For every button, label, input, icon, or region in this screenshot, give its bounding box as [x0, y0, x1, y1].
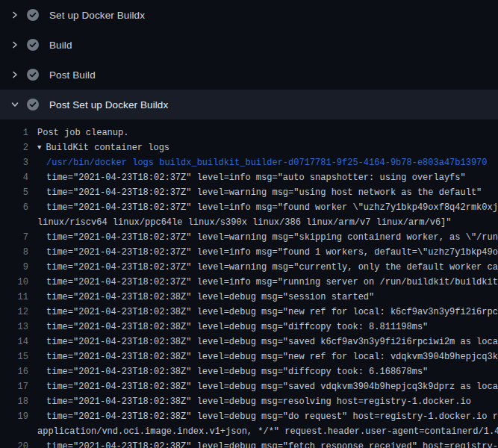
log-line: 15 time="2021-04-23T18:02:38Z" level=deb…	[0, 349, 498, 364]
log-line-number[interactable]: 14	[0, 335, 28, 349]
log-line-text: time="2021-04-23T18:02:38Z" level=debug …	[28, 364, 498, 379]
log-line-number[interactable]	[0, 215, 28, 230]
log-line: 4 time="2021-04-23T18:02:37Z" level=info…	[0, 170, 498, 185]
log-line-number[interactable]: 19	[0, 409, 28, 424]
step-header-post-set-up-docker-buildx[interactable]: Post Set up Docker Buildx	[0, 90, 498, 119]
log-line: 20 time="2021-04-23T18:02:38Z" level=deb…	[0, 439, 498, 448]
log-line-text: time="2021-04-23T18:02:38Z" level=debug …	[28, 439, 498, 448]
steps-list: Set up Docker Buildx Build P	[0, 0, 498, 119]
log-line-text: time="2021-04-23T18:02:38Z" level=debug …	[28, 305, 498, 320]
log-line: 1 Post job cleanup.	[0, 125, 498, 140]
log-line-number[interactable]: 9	[0, 260, 28, 275]
log-line: 3 /usr/bin/docker logs buildx_buildkit_b…	[0, 155, 498, 170]
log-line-text: ▼BuildKit container logs	[28, 140, 498, 155]
log-line-number[interactable]: 2	[0, 140, 28, 155]
log-line-number[interactable]: 7	[0, 230, 28, 245]
chevron-icon	[7, 39, 22, 51]
chevron-icon	[7, 99, 22, 111]
log-line-text: time="2021-04-23T18:02:38Z" level=debug …	[28, 409, 498, 424]
log-line-number[interactable]: 1	[0, 125, 28, 140]
log-line-number[interactable]: 15	[0, 349, 28, 364]
step-header-build[interactable]: Build	[0, 30, 498, 60]
log-line: 11 time="2021-04-23T18:02:38Z" level=deb…	[0, 290, 498, 305]
step-title: Set up Docker Buildx	[49, 10, 145, 21]
log-line-text: time="2021-04-23T18:02:37Z" level=info m…	[28, 200, 498, 215]
log-line-text: Post job cleanup.	[28, 125, 498, 140]
log-line: 16 time="2021-04-23T18:02:38Z" level=deb…	[0, 364, 498, 379]
log-line: 6 time="2021-04-23T18:02:37Z" level=info…	[0, 200, 498, 215]
log-group-label[interactable]: BuildKit container logs	[46, 143, 169, 153]
log-line-text: linux/riscv64 linux/ppc64le linux/s390x …	[28, 215, 498, 230]
log-line-number[interactable]: 10	[0, 275, 28, 290]
step-header-set-up-docker-buildx[interactable]: Set up Docker Buildx	[0, 0, 498, 30]
log-line-number[interactable]: 16	[0, 364, 28, 379]
log-line-text: /usr/bin/docker logs buildx_buildkit_bui…	[28, 155, 498, 170]
log-line: 8 time="2021-04-23T18:02:37Z" level=info…	[0, 245, 498, 260]
log-line-text: time="2021-04-23T18:02:38Z" level=debug …	[28, 394, 498, 409]
log-line: application/vnd.oci.image.index.v1+json,…	[0, 424, 498, 439]
log-line-number[interactable]: 8	[0, 245, 28, 260]
log-line-text: time="2021-04-23T18:02:38Z" level=debug …	[28, 290, 498, 305]
log-line: linux/riscv64 linux/ppc64le linux/s390x …	[0, 215, 498, 230]
log-line-number[interactable]: 20	[0, 439, 28, 448]
log-line-text: time="2021-04-23T18:02:37Z" level=info m…	[28, 275, 498, 290]
log-line: 7 time="2021-04-23T18:02:37Z" level=warn…	[0, 230, 498, 245]
log-line: 14 time="2021-04-23T18:02:38Z" level=deb…	[0, 335, 498, 349]
log-line-number[interactable]: 4	[0, 170, 28, 185]
log-line-number[interactable]: 12	[0, 305, 28, 320]
step-header-post-build[interactable]: Post Build	[0, 60, 498, 90]
check-circle-icon	[27, 99, 39, 111]
chevron-icon	[7, 9, 22, 21]
check-circle-icon	[27, 39, 39, 51]
log-line-number[interactable]: 3	[0, 155, 28, 170]
log-line: 12 time="2021-04-23T18:02:38Z" level=deb…	[0, 305, 498, 320]
log-line-text: time="2021-04-23T18:02:37Z" level=info m…	[28, 170, 498, 185]
step-title: Build	[49, 40, 72, 51]
log-line-text: time="2021-04-23T18:02:37Z" level=warnin…	[28, 260, 498, 275]
step-title: Post Build	[49, 69, 96, 81]
log-line: 13 time="2021-04-23T18:02:38Z" level=deb…	[0, 320, 498, 335]
log-line: 17 time="2021-04-23T18:02:38Z" level=deb…	[0, 379, 498, 394]
log-line: 19 time="2021-04-23T18:02:38Z" level=deb…	[0, 409, 498, 424]
step-log-output: 1 Post job cleanup. 2 ▼BuildKit containe…	[0, 119, 498, 448]
log-line: 18 time="2021-04-23T18:02:38Z" level=deb…	[0, 394, 498, 409]
log-line-number[interactable]: 11	[0, 290, 28, 305]
log-line-number[interactable]: 17	[0, 379, 28, 394]
log-line-number[interactable]: 5	[0, 185, 28, 200]
log-line-number[interactable]: 13	[0, 320, 28, 335]
log-line-text: time="2021-04-23T18:02:37Z" level=info m…	[28, 245, 498, 260]
log-line-number[interactable]	[0, 424, 28, 439]
log-line: 5 time="2021-04-23T18:02:37Z" level=warn…	[0, 185, 498, 200]
log-line-text: time="2021-04-23T18:02:37Z" level=warnin…	[28, 230, 498, 245]
log-line-text: time="2021-04-23T18:02:38Z" level=debug …	[28, 379, 498, 394]
log-line-text: application/vnd.oci.image.index.v1+json,…	[28, 424, 498, 439]
log-line-text: time="2021-04-23T18:02:38Z" level=debug …	[28, 335, 498, 349]
log-line-text: time="2021-04-23T18:02:38Z" level=debug …	[28, 349, 498, 364]
log-line: 2 ▼BuildKit container logs	[0, 140, 498, 155]
log-line: 10 time="2021-04-23T18:02:37Z" level=inf…	[0, 275, 498, 290]
check-circle-icon	[27, 9, 39, 21]
log-line: 9 time="2021-04-23T18:02:37Z" level=warn…	[0, 260, 498, 275]
log-line-number[interactable]: 18	[0, 394, 28, 409]
check-circle-icon	[27, 69, 39, 81]
group-caret-icon: ▼	[37, 140, 41, 155]
actions-log-panel: Set up Docker Buildx Build P	[0, 0, 498, 448]
log-line-text: time="2021-04-23T18:02:37Z" level=warnin…	[28, 185, 498, 200]
log-line-text: time="2021-04-23T18:02:38Z" level=debug …	[28, 320, 498, 335]
step-title: Post Set up Docker Buildx	[49, 99, 168, 111]
chevron-icon	[7, 69, 22, 81]
log-line-number[interactable]: 6	[0, 200, 28, 215]
